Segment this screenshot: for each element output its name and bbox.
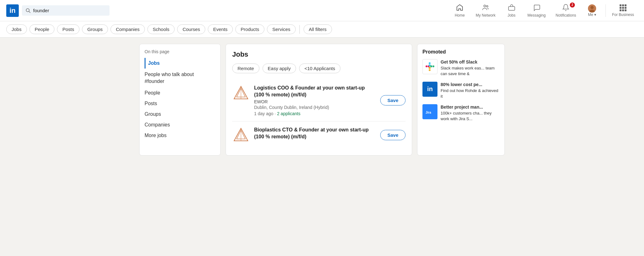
svg-text:Jira: Jira	[426, 111, 431, 114]
company-logo-bioplastics	[232, 126, 250, 144]
jobs-section-title: Jobs	[232, 50, 406, 59]
promo-item-jira[interactable]: Jira Better project man... 100k+ custome…	[422, 104, 499, 122]
sidebar-item-jobs[interactable]: Jobs	[145, 58, 215, 69]
nav-me-label: Me ▾	[588, 13, 596, 17]
svg-rect-17	[429, 62, 431, 64]
table-row: Bioplastics CTO & Founder at your own st…	[232, 121, 406, 149]
promoted-title: Promoted	[422, 49, 499, 55]
header: in Home My Network Jobs	[0, 0, 644, 21]
sidebar-item-more-jobs[interactable]: More jobs	[145, 130, 215, 141]
job-filter-applicants[interactable]: <10 Applicants	[299, 64, 340, 73]
svg-line-1	[29, 11, 30, 13]
nav-divider	[606, 4, 606, 17]
save-job-1-button[interactable]: Save	[380, 95, 406, 105]
job-meta-1: 1 day ago · 2 applicants	[254, 111, 376, 116]
notifications-icon	[562, 4, 570, 13]
sidebar-item-people[interactable]: People	[145, 88, 215, 98]
promo-item-linkedin[interactable]: in 80% lower cost pe... Find out how Roh…	[422, 82, 499, 99]
avatar	[588, 4, 596, 13]
filter-tab-schools[interactable]: Schools	[147, 24, 175, 34]
my-network-icon	[482, 4, 489, 13]
promo-item-slack[interactable]: Get 50% off Slack Slack makes work eas..…	[422, 59, 499, 77]
promo-desc-slack: Slack makes work eas... team can save ti…	[441, 65, 499, 77]
nav-for-business[interactable]: For Business	[608, 2, 638, 19]
nav-bar: Home My Network Jobs Messaging 2 Notif	[449, 1, 638, 20]
filter-tab-services[interactable]: Services	[267, 24, 296, 34]
nav-my-network[interactable]: My Network	[471, 1, 500, 20]
filter-tab-people[interactable]: People	[29, 24, 55, 34]
sidebar-item-companies[interactable]: Companies	[145, 120, 215, 130]
svg-rect-19	[429, 69, 431, 71]
svg-point-6	[590, 6, 594, 9]
notification-badge: 2	[570, 3, 575, 8]
nav-jobs[interactable]: Jobs	[501, 1, 523, 20]
job-filter-remote[interactable]: Remote	[232, 64, 259, 73]
svg-rect-16	[426, 65, 427, 67]
search-bar	[22, 5, 110, 16]
promo-desc-jira: 100k+ customers cha... they work with Ji…	[441, 110, 499, 122]
svg-rect-4	[509, 7, 515, 10]
svg-rect-22	[430, 65, 432, 67]
promo-text-linkedin: 80% lower cost pe... Find out how Rohde …	[441, 82, 499, 99]
filter-tab-companies[interactable]: Companies	[110, 24, 145, 34]
sidebar-item-posts[interactable]: Posts	[145, 98, 215, 109]
job-location-1: Dublin, County Dublin, Ireland (Hybrid)	[254, 105, 376, 110]
search-icon	[26, 8, 31, 13]
home-icon	[456, 4, 463, 13]
main-content: On this page Jobs People who talk about#…	[134, 44, 510, 156]
job-details-2: Bioplastics CTO & Founder at your own st…	[254, 126, 376, 141]
nav-notifications-label: Notifications	[556, 13, 576, 18]
job-title-2[interactable]: Bioplastics CTO & Founder at your own st…	[254, 126, 376, 141]
search-input[interactable]	[33, 8, 106, 13]
slack-logo	[422, 59, 437, 74]
job-title-1[interactable]: Logistics COO & Founder at your own star…	[254, 84, 376, 99]
job-filter-easy-apply[interactable]: Easy apply	[263, 64, 296, 73]
sidebar-item-groups[interactable]: Groups	[145, 109, 215, 120]
filter-tab-courses[interactable]: Courses	[177, 24, 205, 34]
job-details-1: Logistics COO & Founder at your own star…	[254, 84, 376, 116]
applicants-count-1: 2 applicants	[277, 111, 300, 116]
jobs-icon	[508, 4, 515, 13]
promo-text-slack: Get 50% off Slack Slack makes work eas..…	[441, 59, 499, 77]
nav-messaging-label: Messaging	[528, 13, 546, 18]
svg-point-3	[486, 5, 488, 7]
filter-tab-products[interactable]: Products	[235, 24, 264, 34]
filter-bar: Jobs People Posts Groups Companies Schoo…	[0, 21, 644, 38]
jobs-area: Jobs Remote Easy apply <10 Applicants Lo…	[226, 44, 412, 156]
promoted-panel: Promoted Get 50% off Slack Slack makes w…	[417, 44, 505, 156]
filter-tab-groups[interactable]: Groups	[82, 24, 108, 34]
filter-tab-divider	[299, 25, 300, 34]
grid-icon	[620, 4, 626, 11]
nav-jobs-label: Jobs	[508, 13, 515, 18]
svg-rect-23	[429, 67, 431, 69]
promo-name-linkedin: 80% lower cost pe...	[441, 82, 499, 88]
nav-home[interactable]: Home	[449, 1, 471, 20]
linkedin-promo-logo: in	[422, 82, 437, 97]
filter-tab-events[interactable]: Events	[208, 24, 233, 34]
svg-rect-18	[432, 65, 434, 67]
all-filters-button[interactable]: All filters	[304, 24, 332, 34]
save-job-2-button[interactable]: Save	[380, 130, 406, 140]
linkedin-logo[interactable]: in	[6, 4, 19, 17]
nav-messaging[interactable]: Messaging	[523, 1, 551, 20]
company-logo-ewor	[232, 84, 250, 102]
promo-text-jira: Better project man... 100k+ customers ch…	[441, 104, 499, 122]
nav-me[interactable]: Me ▾	[581, 2, 603, 19]
promo-desc-linkedin: Find out how Rohde & achieved it	[441, 88, 499, 99]
nav-notifications[interactable]: 2 Notifications	[551, 1, 581, 20]
sidebar-header: On this page	[145, 49, 215, 54]
company-name-1: EWOR	[254, 99, 376, 104]
for-business-label: For Business	[612, 13, 634, 17]
messaging-icon	[533, 4, 540, 13]
nav-my-network-label: My Network	[476, 13, 495, 18]
sidebar: On this page Jobs People who talk about#…	[139, 44, 221, 156]
jira-logo: Jira	[422, 104, 437, 119]
svg-point-2	[484, 5, 486, 7]
filter-tab-jobs[interactable]: Jobs	[6, 24, 27, 34]
filter-tab-posts[interactable]: Posts	[57, 24, 79, 34]
promo-name-slack: Get 50% off Slack	[441, 59, 499, 65]
sidebar-item-people-talk[interactable]: People who talk about#founder	[145, 69, 215, 88]
nav-home-label: Home	[455, 13, 465, 18]
promo-name-jira: Better project man...	[441, 104, 499, 110]
job-filters: Remote Easy apply <10 Applicants	[232, 64, 406, 73]
